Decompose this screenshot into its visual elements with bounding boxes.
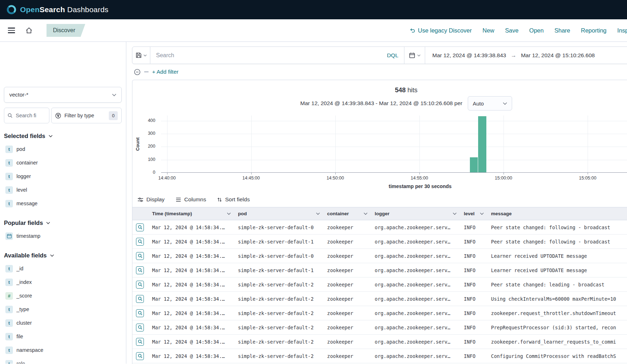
field-item-id[interactable]: t_id xyxy=(4,262,122,275)
column-header-message[interactable]: message xyxy=(487,207,627,220)
cell-pod: simple-zk-server-default-1 xyxy=(234,263,324,277)
field-item-pod[interactable]: tpod xyxy=(4,142,122,156)
inspect-document-button[interactable] xyxy=(136,295,144,303)
section-available-fields[interactable]: Available fields xyxy=(4,252,122,259)
cell-logger: org.apache.zookeeper.serv… xyxy=(371,263,460,277)
cell-time: Mar 12, 2024 @ 14:58:34.… xyxy=(149,320,234,335)
display-button[interactable]: Display xyxy=(137,196,165,203)
date-range-start[interactable]: Mar 12, 2024 @ 14:39:38.843 xyxy=(432,52,506,59)
sort-fields-button[interactable]: Sort fields xyxy=(217,196,250,203)
chevron-down-icon xyxy=(49,135,53,137)
column-header-container[interactable]: container xyxy=(324,207,371,220)
cell-message: zookeeper.request_throttler.shutdownTime… xyxy=(487,306,627,320)
saved-query-menu-button[interactable] xyxy=(132,47,150,64)
text-field-icon: t xyxy=(5,265,13,272)
field-name: container xyxy=(16,160,38,166)
chart-subtitle: Mar 12, 2024 @ 14:39:38.843 - Mar 12, 20… xyxy=(300,100,462,107)
inspect-document-button[interactable] xyxy=(136,223,144,231)
cell-time: Mar 12, 2024 @ 14:58:34.… xyxy=(149,292,234,306)
column-header-time[interactable]: Time (timestamp) xyxy=(149,207,234,220)
date-range-end[interactable]: Mar 12, 2024 @ 15:10:26.608 xyxy=(521,52,595,59)
x-tick-label: 14:55:00 xyxy=(405,176,434,181)
nav-link-use-legacy-discover[interactable]: Use legacy Discover xyxy=(410,27,472,34)
query-language-button[interactable]: DQL xyxy=(381,47,404,64)
chevron-down-icon xyxy=(46,222,50,224)
opensearch-logo[interactable]: OpenSearch Dashboards xyxy=(6,5,108,15)
cell-container: zookeeper xyxy=(324,277,371,292)
inspect-document-button[interactable] xyxy=(136,281,144,289)
cell-logger: org.apache.zookeeper.serv… xyxy=(371,277,460,292)
columns-button[interactable]: Columns xyxy=(175,196,206,203)
field-name: _score xyxy=(16,293,32,299)
nav-link-share[interactable]: Share xyxy=(554,27,570,34)
field-item-timestamp[interactable]: timestamp xyxy=(4,229,122,243)
field-name: _index xyxy=(16,279,32,285)
field-name: role xyxy=(16,361,25,364)
field-item-logger[interactable]: tlogger xyxy=(4,169,122,183)
columns-icon xyxy=(175,197,181,203)
text-field-icon: t xyxy=(5,200,13,207)
inspect-document-button[interactable] xyxy=(136,324,144,331)
menu-icon[interactable] xyxy=(6,26,16,35)
axis-tick xyxy=(251,173,252,174)
nav-link-save[interactable]: Save xyxy=(505,27,519,34)
field-item-type[interactable]: t_type xyxy=(4,302,122,316)
gridline xyxy=(335,115,336,172)
histogram-plot[interactable]: 14:40:0014:45:0014:50:0014:55:0015:00:00… xyxy=(161,115,627,173)
field-item-score[interactable]: #_score xyxy=(4,289,122,302)
nav-link-inspect[interactable]: Inspect xyxy=(617,27,627,34)
nav-links: Use legacy DiscoverNewSaveOpenShareRepor… xyxy=(410,27,627,34)
field-item-role[interactable]: trole xyxy=(4,357,122,364)
inspect-document-button[interactable] xyxy=(136,266,144,274)
axis-tick xyxy=(419,173,420,174)
field-item-container[interactable]: tcontainer xyxy=(4,156,122,169)
table-row: Mar 12, 2024 @ 14:58:34.…simple-zk-serve… xyxy=(132,320,627,335)
gridline xyxy=(167,115,167,172)
magnifier-icon xyxy=(138,282,142,287)
nav-link-reporting[interactable]: Reporting xyxy=(581,27,607,34)
field-search-input[interactable] xyxy=(15,112,46,119)
histogram-bar[interactable] xyxy=(470,157,478,172)
inspect-document-button[interactable] xyxy=(136,338,144,346)
nav-link-open[interactable]: Open xyxy=(529,27,544,34)
y-tick-label: 0 xyxy=(153,170,155,175)
inspect-document-button[interactable] xyxy=(136,252,144,260)
field-item-level[interactable]: tlevel xyxy=(4,183,122,197)
text-field-icon: t xyxy=(5,333,13,340)
field-item-index[interactable]: t_index xyxy=(4,275,122,289)
field-item-cluster[interactable]: tcluster xyxy=(4,316,122,330)
filter-divider xyxy=(144,72,149,72)
text-field-icon: t xyxy=(5,319,13,327)
field-item-message[interactable]: tmessage xyxy=(4,197,122,210)
save-icon xyxy=(136,52,142,58)
filter-by-type-button[interactable]: Filter by type 0 xyxy=(51,108,122,123)
search-input[interactable] xyxy=(155,52,376,59)
expand-cell xyxy=(132,235,149,249)
breadcrumb[interactable]: Discover xyxy=(47,24,85,37)
inspect-document-button[interactable] xyxy=(136,238,144,246)
cell-pod: simple-zk-server-default-2 xyxy=(234,292,324,306)
column-header-level[interactable]: level xyxy=(460,207,487,220)
column-header-pod[interactable]: pod xyxy=(234,207,324,220)
date-picker-button[interactable] xyxy=(404,47,425,64)
interval-select[interactable]: Auto xyxy=(468,96,512,110)
histogram-bar[interactable] xyxy=(478,116,486,172)
cell-container: zookeeper xyxy=(324,235,371,249)
add-filter-button[interactable]: + Add filter xyxy=(152,69,179,75)
index-pattern-select[interactable]: vector-* xyxy=(4,87,122,103)
section-selected-fields[interactable]: Selected fields xyxy=(4,133,122,139)
inspect-document-button[interactable] xyxy=(136,352,144,360)
cell-message: zookeeper.forward_learner_requests_to_co… xyxy=(487,335,627,349)
cell-level: INFO xyxy=(460,249,487,263)
column-header-logger[interactable]: logger xyxy=(371,207,460,220)
section-popular-fields[interactable]: Popular fields xyxy=(4,220,122,226)
field-item-file[interactable]: tfile xyxy=(4,330,122,343)
cell-level: INFO xyxy=(460,349,487,363)
inspect-document-button[interactable] xyxy=(136,309,144,317)
cell-level: INFO xyxy=(460,292,487,306)
circle-minus-icon[interactable] xyxy=(134,69,141,75)
home-icon[interactable] xyxy=(24,25,34,36)
nav-link-new[interactable]: New xyxy=(482,27,494,34)
field-item-namespace[interactable]: tnamespace xyxy=(4,343,122,357)
gridline xyxy=(161,134,627,134)
